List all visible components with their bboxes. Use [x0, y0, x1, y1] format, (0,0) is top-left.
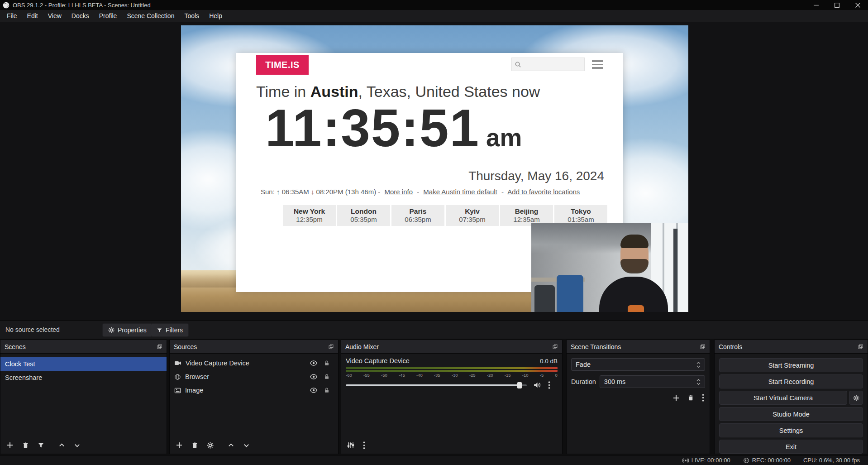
- source-item-browser[interactable]: Browser: [170, 370, 338, 384]
- scene-filters-button[interactable]: [38, 442, 44, 449]
- dock-area: Scenes Clock Test Screenshare Sources: [0, 340, 868, 454]
- remove-source-button[interactable]: [191, 442, 198, 449]
- eye-icon[interactable]: [310, 373, 317, 380]
- search-input[interactable]: [524, 61, 582, 68]
- filters-button[interactable]: Filters: [151, 323, 189, 337]
- move-scene-up-button[interactable]: [58, 442, 65, 449]
- link-add-favorite[interactable]: Add to favorite locations: [507, 188, 580, 196]
- audio-mixer-panel: Audio Mixer Video Capture Device 0.0 dB …: [341, 340, 563, 454]
- rec-timer: REC: 00:00:00: [752, 457, 791, 464]
- move-source-down-button[interactable]: [243, 442, 250, 449]
- speaker-icon[interactable]: [533, 381, 541, 389]
- maximize-button[interactable]: [826, 0, 847, 10]
- add-scene-button[interactable]: [6, 441, 14, 449]
- scenes-title: Scenes: [5, 343, 26, 350]
- controls-header[interactable]: Controls: [715, 340, 868, 354]
- mixer-channel-level: 0.0 dB: [540, 358, 558, 364]
- menu-help[interactable]: Help: [204, 10, 227, 22]
- person-hair: [620, 235, 649, 248]
- titlebar: OBS 29.1.2 - Profile: LLHLS BETA - Scene…: [0, 0, 868, 10]
- source-toolbar: No source selected Properties Filters: [0, 320, 868, 339]
- lock-icon[interactable]: [324, 387, 330, 393]
- advanced-audio-icon[interactable]: [347, 441, 354, 449]
- menu-docks[interactable]: Docks: [67, 10, 94, 22]
- settings-button[interactable]: Settings: [719, 423, 863, 437]
- lock-icon[interactable]: [324, 374, 330, 380]
- obs-window: OBS 29.1.2 - Profile: LLHLS BETA - Scene…: [0, 0, 868, 465]
- sources-header[interactable]: Sources: [170, 340, 338, 354]
- source-item-image[interactable]: Image: [170, 384, 338, 397]
- lock-icon[interactable]: [324, 360, 330, 366]
- eye-icon[interactable]: [310, 360, 317, 367]
- menu-view[interactable]: View: [43, 10, 67, 22]
- exit-button[interactable]: Exit: [719, 440, 863, 454]
- link-separator: -: [417, 188, 419, 196]
- start-virtual-camera-button[interactable]: Start Virtual Camera: [719, 391, 847, 405]
- popout-icon[interactable]: [700, 344, 706, 350]
- cpu-stats: CPU: 0.6%, 30.00 fps: [803, 457, 860, 464]
- city-paris[interactable]: Paris06:35pm: [391, 205, 444, 226]
- popout-icon[interactable]: [552, 344, 558, 350]
- menu-edit[interactable]: Edit: [22, 10, 43, 22]
- minimize-button[interactable]: [806, 0, 826, 10]
- record-pause-icon: [743, 457, 749, 464]
- scene-item-screenshare[interactable]: Screenshare: [0, 371, 167, 384]
- start-streaming-button[interactable]: Start Streaming: [719, 358, 863, 372]
- city-london[interactable]: London05:35pm: [337, 205, 390, 226]
- hamburger-menu-icon[interactable]: [592, 60, 603, 71]
- add-transition-button[interactable]: [672, 394, 680, 402]
- popout-icon[interactable]: [858, 344, 863, 350]
- properties-button[interactable]: Properties: [102, 323, 153, 337]
- scenes-panel: Scenes Clock Test Screenshare: [0, 340, 167, 454]
- transition-select[interactable]: Fade: [571, 358, 705, 371]
- obs-logo-icon: [3, 2, 10, 9]
- spinner-arrows-icon[interactable]: [696, 379, 701, 385]
- preview-area[interactable]: TIME.IS Time in Austin, Texas, United St…: [0, 22, 868, 320]
- menu-tools[interactable]: Tools: [179, 10, 204, 22]
- volume-slider-handle[interactable]: [517, 382, 522, 388]
- menu-file[interactable]: File: [2, 10, 22, 22]
- menu-scene-collection[interactable]: Scene Collection: [122, 10, 179, 22]
- no-source-status: No source selected: [5, 326, 60, 333]
- move-source-up-button[interactable]: [228, 442, 234, 449]
- source-properties-button[interactable]: [207, 442, 214, 449]
- search-icon: [515, 61, 521, 68]
- filter-icon: [157, 327, 162, 333]
- source-item-video-capture[interactable]: Video Capture Device: [170, 356, 338, 370]
- audio-mixer-header[interactable]: Audio Mixer: [341, 340, 562, 354]
- popout-icon[interactable]: [328, 344, 334, 350]
- start-recording-button[interactable]: Start Recording: [719, 374, 863, 388]
- link-more-info[interactable]: More info: [384, 188, 413, 196]
- add-source-button[interactable]: [176, 441, 183, 449]
- city-new-york[interactable]: New York12:35pm: [283, 205, 336, 226]
- virtual-camera-settings-button[interactable]: [849, 391, 863, 405]
- link-make-default[interactable]: Make Austin time default: [423, 188, 497, 196]
- close-button[interactable]: [847, 0, 868, 10]
- search-box[interactable]: [511, 58, 585, 71]
- studio-mode-button[interactable]: Studio Mode: [719, 407, 863, 421]
- transition-options-kebab-icon[interactable]: [702, 394, 704, 402]
- remove-scene-button[interactable]: [22, 442, 29, 449]
- move-scene-down-button[interactable]: [74, 442, 81, 449]
- webcam-source: [531, 223, 688, 312]
- eye-icon[interactable]: [310, 387, 317, 394]
- remove-transition-button[interactable]: [687, 394, 694, 402]
- meter-bar-left: [346, 367, 558, 369]
- webcam-blue-chair: [557, 275, 583, 312]
- scenes-header[interactable]: Scenes: [0, 340, 167, 354]
- program-preview[interactable]: TIME.IS Time in Austin, Texas, United St…: [181, 25, 688, 312]
- volume-slider[interactable]: [346, 382, 527, 389]
- volume-meter: [346, 367, 558, 372]
- mixer-options-kebab-icon[interactable]: [363, 441, 365, 449]
- duration-spinbox[interactable]: 300 ms: [600, 375, 705, 388]
- scene-item-clock-test[interactable]: Clock Test: [0, 357, 167, 371]
- webcam-chair: [534, 285, 555, 312]
- city-kyiv[interactable]: Kyiv07:35pm: [446, 205, 499, 226]
- source-list: Video Capture Device Browser: [170, 354, 338, 436]
- clock-meridiem: am: [486, 124, 522, 152]
- duration-label: Duration: [571, 378, 596, 385]
- menu-profile[interactable]: Profile: [94, 10, 122, 22]
- channel-options-kebab-icon[interactable]: [548, 381, 550, 389]
- transitions-header[interactable]: Scene Transitions: [567, 340, 710, 354]
- popout-icon[interactable]: [157, 344, 162, 350]
